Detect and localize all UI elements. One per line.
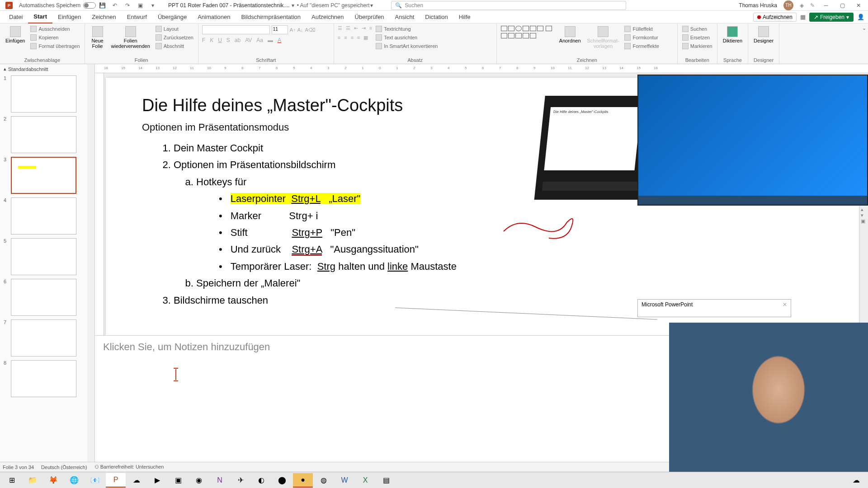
- underline-button[interactable]: U: [218, 37, 222, 43]
- shape-outline-button[interactable]: Formkontur: [623, 34, 660, 41]
- select-button[interactable]: Markieren: [681, 42, 713, 50]
- share-button[interactable]: ↗Freigeben▾: [809, 13, 854, 22]
- save-icon[interactable]: 💾: [98, 1, 106, 9]
- comments-icon[interactable]: 👤: [857, 14, 864, 20]
- present-mode-icon[interactable]: ▦: [800, 14, 806, 20]
- dictate-button[interactable]: Diktieren: [721, 25, 744, 44]
- tab-ueberpruefen[interactable]: Überprüfen: [349, 11, 390, 23]
- replace-button[interactable]: Ersetzen: [681, 34, 713, 41]
- thumbnail-3[interactable]: 3: [0, 155, 94, 196]
- decrease-font-icon[interactable]: A↓: [297, 27, 303, 33]
- thumbnail-8[interactable]: 8: [0, 358, 94, 399]
- reuse-slides-button[interactable]: Folien wiederverwenden: [109, 25, 152, 50]
- align-right-button[interactable]: ≡: [351, 35, 354, 41]
- tab-animationen[interactable]: Animationen: [192, 11, 236, 23]
- accessibility-status[interactable]: ⚇ Barrierefreiheit: Untersuchen: [94, 464, 164, 470]
- new-slide-button[interactable]: Neue Folie: [89, 25, 107, 50]
- obs-icon[interactable]: ⬤: [272, 473, 292, 488]
- designer-button[interactable]: Designer: [752, 25, 775, 44]
- tab-dictation[interactable]: Dictation: [420, 11, 453, 23]
- columns-button[interactable]: ▦: [363, 35, 368, 41]
- app-icon[interactable]: ▤: [376, 473, 396, 488]
- app-icon[interactable]: ◐: [251, 473, 271, 488]
- highlight-button[interactable]: ▬: [268, 37, 273, 43]
- app-icon[interactable]: ◍: [314, 473, 334, 488]
- align-center-button[interactable]: ≡: [344, 35, 347, 41]
- cut-button[interactable]: Ausschneiden: [29, 25, 80, 33]
- align-text-button[interactable]: Text ausrichten: [375, 34, 439, 41]
- firefox-icon[interactable]: 🦊: [43, 473, 63, 488]
- language-status[interactable]: Deutsch (Österreich): [41, 465, 87, 470]
- app-icon[interactable]: ◉: [189, 473, 209, 488]
- present-icon[interactable]: ▣: [136, 1, 144, 9]
- italic-button[interactable]: K: [210, 37, 213, 43]
- align-left-button[interactable]: ≡: [338, 35, 340, 41]
- record-button[interactable]: Aufzeichnen: [753, 13, 797, 22]
- app-icon[interactable]: ☁: [127, 473, 146, 488]
- user-avatar[interactable]: TH: [783, 0, 793, 10]
- arrange-button[interactable]: Anordnen: [557, 25, 583, 44]
- powerpoint-taskbar-icon[interactable]: P: [106, 473, 126, 488]
- spacing-button[interactable]: AV: [245, 37, 252, 43]
- numbering-button[interactable]: ☰: [346, 25, 350, 31]
- smartart-button[interactable]: In SmartArt konvertieren: [375, 42, 439, 50]
- filename-chevron-icon[interactable]: ▾: [292, 2, 294, 9]
- tab-datei[interactable]: Datei: [4, 11, 28, 23]
- tab-hilfe[interactable]: Hilfe: [453, 11, 476, 23]
- explorer-icon[interactable]: 📁: [23, 473, 42, 488]
- quick-styles-button[interactable]: Schnellformat- vorlagen: [585, 25, 621, 50]
- outlook-icon[interactable]: 📧: [85, 473, 105, 488]
- format-painter-button[interactable]: Format übertragen: [29, 42, 80, 50]
- tab-einfuegen[interactable]: Einfügen: [52, 11, 86, 23]
- bold-button[interactable]: F: [202, 37, 205, 43]
- thumbnail-4[interactable]: 4: [0, 196, 94, 236]
- search-input[interactable]: 🔍 Suchen: [391, 1, 626, 10]
- font-family-select[interactable]: [202, 25, 270, 34]
- start-button[interactable]: ⊞: [2, 473, 22, 488]
- maximize-icon[interactable]: ▢: [837, 2, 847, 9]
- tray-icon[interactable]: ☁: [846, 473, 866, 488]
- autosave-toggle[interactable]: [83, 2, 96, 9]
- minimize-icon[interactable]: ─: [821, 2, 831, 9]
- find-button[interactable]: Suchen: [681, 25, 713, 33]
- thumbnail-1[interactable]: 1: [0, 74, 94, 114]
- thumbnail-7[interactable]: 7: [0, 318, 94, 358]
- qat-more-icon[interactable]: ▾: [149, 1, 157, 9]
- justify-button[interactable]: ≡: [357, 35, 360, 41]
- vlc-icon[interactable]: ▶: [147, 473, 167, 488]
- copy-button[interactable]: Kopieren: [29, 34, 80, 41]
- tab-start[interactable]: Start: [28, 11, 52, 23]
- tab-bildschirmpraesentation[interactable]: Bildschirmpräsentation: [236, 11, 306, 23]
- tab-zeichnen[interactable]: Zeichnen: [86, 11, 121, 23]
- font-size-select[interactable]: 11: [272, 25, 288, 34]
- app-icon[interactable]: ▣: [168, 473, 188, 488]
- outdent-button[interactable]: ⇤: [354, 25, 358, 31]
- clear-format-icon[interactable]: A⌫: [305, 27, 315, 33]
- thumbnail-6[interactable]: 6: [0, 277, 94, 318]
- indent-button[interactable]: ⇥: [362, 25, 366, 31]
- undo-icon[interactable]: ↶: [111, 1, 119, 9]
- tab-uebergaenge[interactable]: Übergänge: [152, 11, 192, 23]
- tab-entwurf[interactable]: Entwurf: [122, 11, 152, 23]
- word-icon[interactable]: W: [335, 473, 354, 488]
- shadow-button[interactable]: ab: [235, 37, 241, 43]
- recording-icon[interactable]: ●: [293, 473, 313, 488]
- case-button[interactable]: Aa: [256, 37, 263, 43]
- font-color-button[interactable]: A: [278, 37, 281, 43]
- saved-chevron-icon[interactable]: ▾: [370, 2, 373, 9]
- diamond-icon[interactable]: ◈: [800, 2, 804, 9]
- text-direction-button[interactable]: Textrichtung: [375, 25, 439, 33]
- shape-fill-button[interactable]: Fülleffekt: [623, 25, 660, 33]
- thumbnail-2[interactable]: 2: [0, 114, 94, 155]
- ribbon-collapse-icon[interactable]: ⌄: [860, 23, 868, 64]
- close-icon[interactable]: ✕: [854, 2, 863, 9]
- shapes-gallery[interactable]: [500, 25, 555, 40]
- thumb-scrollbar[interactable]: [87, 64, 94, 462]
- onenote-icon[interactable]: N: [210, 473, 230, 488]
- telegram-icon[interactable]: ✈: [231, 473, 250, 488]
- shape-effects-button[interactable]: Formeffekte: [623, 42, 660, 50]
- tab-aufzeichnen[interactable]: Aufzeichnen: [306, 11, 349, 23]
- reset-button[interactable]: Zurücksetzen: [155, 34, 194, 41]
- increase-font-icon[interactable]: A↑: [290, 27, 296, 33]
- list-item[interactable]: Temporärer Laser: Strg halten und linke …: [219, 258, 823, 275]
